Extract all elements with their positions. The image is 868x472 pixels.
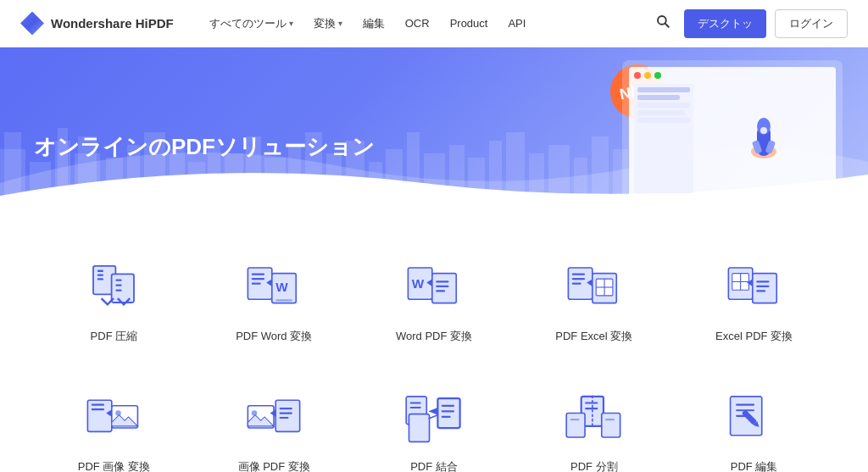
- svg-line-1: [665, 24, 669, 27]
- svg-text:W: W: [275, 280, 288, 294]
- tools-row-2: PDF 画像 変換 画像 PDF 変換 PDF 結合: [34, 373, 834, 472]
- svg-rect-64: [572, 274, 585, 275]
- tool-icon-excel-pdf: [725, 258, 784, 317]
- tool-word-pdf[interactable]: W Word PDF 変換: [354, 242, 515, 356]
- svg-rect-60: [436, 280, 448, 282]
- svg-rect-87: [280, 408, 292, 409]
- svg-rect-65: [572, 278, 585, 280]
- tool-edit[interactable]: PDF 編集: [674, 373, 834, 472]
- svg-rect-89: [280, 417, 289, 419]
- svg-rect-53: [252, 283, 261, 285]
- tool-icon-word-pdf: W: [404, 258, 464, 317]
- header: Wondershare HiPDF すべてのツール▾変換▾編集OCRProduc…: [0, 0, 868, 47]
- tool-label-pdf-excel: PDF Excel 変換: [555, 329, 632, 344]
- svg-rect-100: [585, 408, 598, 409]
- logo-icon: [20, 12, 44, 36]
- tools-row-1: PDF 圧縮 W PDF Word 変換 W Word PDF 変換: [34, 242, 834, 356]
- svg-rect-105: [605, 419, 615, 420]
- hero-mockup: [622, 60, 843, 204]
- svg-point-85: [252, 410, 258, 416]
- nav-item[interactable]: Product: [442, 10, 497, 36]
- svg-rect-76: [756, 280, 769, 282]
- svg-rect-92: [410, 407, 421, 408]
- svg-rect-62: [436, 290, 445, 292]
- tool-icon-merge: [404, 388, 464, 447]
- hero-banner: NEW: [0, 47, 868, 217]
- tool-icon-compress: [84, 258, 143, 317]
- svg-rect-86: [275, 400, 299, 431]
- tool-compress[interactable]: PDF 圧縮: [34, 242, 194, 356]
- tool-pdf-image[interactable]: PDF 画像 変換: [34, 373, 194, 472]
- svg-rect-44: [97, 274, 103, 275]
- svg-rect-52: [252, 278, 264, 280]
- svg-rect-46: [112, 274, 134, 303]
- tool-icon-split: [565, 388, 624, 447]
- chevron-down-icon: ▾: [338, 19, 342, 28]
- nav-item[interactable]: 編集: [354, 9, 393, 38]
- svg-text:W: W: [412, 276, 425, 291]
- nav-item[interactable]: API: [499, 10, 534, 36]
- tool-label-excel-pdf: Excel PDF 変換: [715, 329, 793, 344]
- login-button[interactable]: ログイン: [775, 9, 848, 38]
- desktop-button[interactable]: デスクトッ: [684, 9, 766, 38]
- svg-rect-48: [116, 284, 122, 286]
- tool-icon-image-pdf: [244, 388, 303, 447]
- header-actions: デスクトッ ログイン: [650, 8, 848, 38]
- svg-rect-88: [280, 412, 292, 414]
- tool-icon-edit: [725, 388, 784, 447]
- svg-rect-47: [116, 279, 122, 280]
- tool-excel-pdf[interactable]: Excel PDF 変換: [674, 242, 834, 356]
- svg-rect-93: [409, 414, 429, 442]
- svg-rect-43: [97, 270, 103, 272]
- nav-item[interactable]: 変換▾: [305, 9, 351, 38]
- svg-rect-104: [602, 414, 620, 437]
- main-content: PDF 圧縮 W PDF Word 変換 W Word PDF 変換: [0, 217, 868, 472]
- tool-label-split: PDF 分割: [570, 459, 618, 472]
- hero-content: オンラインのPDFソリューション: [34, 64, 375, 162]
- svg-rect-107: [736, 404, 754, 406]
- tool-pdf-excel[interactable]: PDF Excel 変換: [514, 242, 674, 356]
- tool-label-word-pdf: Word PDF 変換: [396, 329, 472, 344]
- svg-rect-80: [92, 404, 104, 406]
- svg-rect-66: [572, 283, 581, 285]
- tool-label-pdf-image: PDF 画像 変換: [78, 459, 150, 472]
- logo-text: Wondershare HiPDF: [51, 16, 174, 31]
- svg-rect-81: [92, 408, 104, 410]
- tool-pdf-word[interactable]: W PDF Word 変換: [194, 242, 354, 356]
- tool-label-pdf-word: PDF Word 変換: [236, 329, 312, 344]
- svg-rect-103: [570, 419, 579, 420]
- tool-image-pdf[interactable]: 画像 PDF 変換: [194, 373, 354, 472]
- svg-rect-61: [436, 286, 448, 287]
- logo[interactable]: Wondershare HiPDF: [20, 12, 174, 36]
- tool-merge[interactable]: PDF 結合: [354, 373, 515, 472]
- svg-rect-102: [566, 414, 585, 437]
- svg-rect-51: [252, 274, 264, 275]
- svg-point-41: [760, 127, 767, 134]
- svg-rect-99: [585, 402, 598, 403]
- svg-rect-75: [752, 274, 776, 303]
- tool-icon-pdf-excel: [565, 258, 624, 317]
- svg-rect-96: [442, 410, 454, 412]
- chevron-down-icon: ▾: [289, 19, 293, 28]
- svg-rect-49: [116, 289, 122, 291]
- nav-item[interactable]: OCR: [397, 10, 438, 36]
- tool-label-merge: PDF 結合: [410, 459, 458, 472]
- hero-title: オンラインのPDFソリューション: [34, 132, 375, 162]
- main-nav: すべてのツール▾変換▾編集OCRProductAPI: [201, 9, 650, 38]
- tool-icon-pdf-image: [84, 388, 143, 447]
- svg-rect-59: [432, 274, 456, 303]
- tool-split[interactable]: PDF 分割: [514, 373, 674, 472]
- svg-rect-97: [442, 416, 451, 418]
- search-button[interactable]: [650, 8, 676, 38]
- svg-rect-56: [275, 299, 292, 301]
- svg-rect-78: [756, 290, 765, 292]
- svg-rect-94: [437, 398, 459, 428]
- tool-label-edit: PDF 編集: [731, 459, 778, 472]
- nav-item[interactable]: すべてのツール▾: [201, 9, 302, 38]
- tool-label-compress: PDF 圧縮: [91, 329, 138, 344]
- svg-point-83: [116, 410, 122, 416]
- svg-rect-77: [756, 286, 769, 287]
- svg-rect-45: [97, 278, 103, 280]
- tool-icon-pdf-word: W: [244, 258, 303, 317]
- svg-rect-95: [442, 405, 454, 407]
